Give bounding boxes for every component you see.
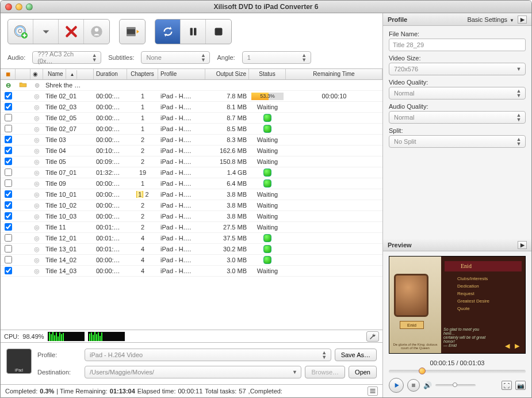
table-row[interactable]: ◎ Title 02_05 00:00:… 1 iPad - H.… 8.7 M… (1, 113, 382, 124)
group-row[interactable]: ⊖⊚Shrek the … (1, 80, 382, 91)
row-checkbox[interactable] (5, 147, 12, 154)
settings-button[interactable] (366, 331, 379, 342)
row-checkbox[interactable] (5, 223, 12, 231)
svg-rect-14 (370, 392, 376, 393)
col-status[interactable]: Status (249, 69, 286, 79)
browse-button[interactable]: Browse… (305, 366, 345, 378)
table-row[interactable]: ◎ Title 13_01 00:01:… 4 iPad - H.… 30.2 … (1, 244, 382, 255)
table-row[interactable]: ◎ Title 10_02 00:00:… 2 iPad - H.… 3.8 M… (1, 200, 382, 211)
convert-button[interactable] (155, 20, 181, 44)
stop-button[interactable] (206, 20, 231, 44)
angle-select[interactable]: 1▲▼ (242, 51, 311, 64)
add-dvd-button[interactable] (8, 20, 33, 44)
disc-icon: ◎ (30, 257, 43, 264)
destination-label: Destination: (37, 369, 81, 376)
row-checkbox[interactable] (5, 256, 12, 263)
row-checkbox[interactable] (5, 179, 12, 187)
video-size-select[interactable]: 720x576▼ (389, 63, 526, 75)
dropdown-arrow-button[interactable] (33, 20, 59, 44)
svg-rect-13 (370, 391, 376, 392)
snapshot-button[interactable]: 📷 (515, 381, 526, 390)
file-list[interactable]: ⊖⊚Shrek the … ◎ Title 02_01 00:00:… 1 iP… (1, 80, 382, 330)
filename-input[interactable] (389, 39, 526, 51)
table-row[interactable]: ◎ Title 12_01 00:01:… 4 iPad - H.… 37.5 … (1, 233, 382, 244)
table-row[interactable]: ◎ Title 02_07 00:00:… 1 iPad - H.… 8.5 M… (1, 124, 382, 135)
preview-title: Preview (388, 242, 412, 248)
table-row[interactable]: ◎ Title 10_01 00:00:… 1 2 iPad - H.… 3.8… (1, 189, 382, 200)
window-title: Xilisoft DVD to iPad Converter 6 (1, 3, 531, 11)
status-bar: Completed: 0.3% | Time Remaining: 01:13:… (1, 385, 382, 397)
subtitles-select[interactable]: None▲▼ (141, 51, 210, 64)
play-button[interactable] (389, 378, 404, 393)
col-output[interactable]: Output Size (205, 69, 249, 79)
split-label: Split: (389, 127, 403, 134)
svg-rect-9 (190, 28, 192, 36)
row-checkbox[interactable] (5, 212, 12, 220)
col-check[interactable]: ◼ (1, 69, 16, 79)
profile-select[interactable]: iPad - H.264 Video▲▼ (85, 349, 331, 361)
table-row[interactable]: ◎ Title 04 00:10:… 2 iPad - H.… 162.6 MB… (1, 146, 382, 156)
destination-select[interactable]: /Users/Maggie/Movies/▼ (85, 366, 301, 378)
fullscreen-button[interactable]: ⛶ (502, 381, 512, 390)
svg-point-5 (95, 28, 99, 32)
row-checkbox[interactable] (5, 158, 12, 165)
preview-expand-button[interactable]: ▶ (518, 241, 527, 249)
row-checkbox[interactable] (5, 190, 12, 198)
row-checkbox[interactable] (5, 125, 12, 132)
row-checkbox[interactable] (5, 114, 12, 121)
preview-seek-slider[interactable] (389, 370, 526, 373)
disc-icon: ◎ (30, 202, 43, 209)
remove-button[interactable] (59, 20, 84, 44)
col-name[interactable]: Name ▲ (43, 69, 94, 79)
col-duration[interactable]: Duration (94, 69, 127, 79)
col-chapters[interactable]: Chapters (127, 69, 158, 79)
table-row[interactable]: ◎ Title 14_03 00:00:… 4 iPad - H.… 3.0 M… (1, 266, 382, 277)
open-button[interactable]: Open (349, 366, 377, 378)
disc-icon: ◎ (30, 169, 43, 177)
row-checkbox[interactable] (5, 103, 12, 110)
video-quality-label: Video Quality: (389, 79, 428, 86)
save-as-button[interactable]: Save As… (335, 349, 377, 361)
audio-select[interactable]: ??? AC3 2ch (0x…▲▼ (32, 51, 101, 64)
table-row[interactable]: ◎ Title 09 00:00:… 1 iPad - H.… 6.4 MB (1, 178, 382, 189)
panel-next-button[interactable]: ▶ (518, 16, 527, 24)
cpu-graph-icon (48, 332, 85, 341)
disc-icon: ◎ (30, 224, 43, 231)
row-checkbox[interactable] (5, 245, 12, 252)
table-row[interactable]: ◎ Title 14_02 00:00:… 4 iPad - H.… 3.0 M… (1, 255, 382, 266)
row-checkbox[interactable] (5, 136, 12, 143)
basic-settings-toggle[interactable]: Basic Settings▼ (467, 16, 514, 23)
row-checkbox[interactable] (5, 234, 12, 242)
row-checkbox[interactable] (5, 92, 12, 100)
video-quality-select[interactable]: Normal▲▼ (389, 87, 526, 100)
angle-label: Angle: (217, 54, 235, 61)
log-button[interactable] (368, 386, 378, 396)
pause-button[interactable] (181, 20, 206, 44)
table-row[interactable]: ◎ Title 03 00:00:… 2 iPad - H.… 8.3 MB W… (1, 135, 382, 146)
clip-button[interactable] (119, 19, 146, 44)
svg-rect-7 (127, 27, 135, 29)
disc-icon: ◎ (30, 93, 43, 100)
table-row[interactable]: ◎ Title 02_03 00:00:… 1 iPad - H.… 8.1 M… (1, 102, 382, 113)
col-profile[interactable]: Profile (158, 69, 205, 79)
table-row[interactable]: ◎ Title 11 00:01:… 2 iPad - H.… 27.5 MB … (1, 222, 382, 233)
preview-stop-button[interactable] (407, 379, 420, 392)
row-checkbox[interactable] (5, 267, 12, 274)
titlebar: Xilisoft DVD to iPad Converter 6 (1, 1, 531, 13)
table-row[interactable]: ◎ Title 10_03 00:00:… 2 iPad - H.… 3.8 M… (1, 211, 382, 222)
row-checkbox[interactable] (5, 201, 12, 209)
table-row[interactable]: ◎ Title 07_01 01:32:… 19 iPad - H.… 1.4 … (1, 167, 382, 178)
row-checkbox[interactable] (5, 169, 12, 176)
split-select[interactable]: No Split▲▼ (389, 135, 526, 148)
volume-slider[interactable] (435, 384, 476, 386)
disc-icon: ◎ (30, 158, 43, 166)
audio-quality-select[interactable]: Normal▲▼ (389, 111, 526, 124)
col-remaining[interactable]: Remaining Time (286, 69, 382, 79)
info-button[interactable] (84, 20, 109, 44)
disc-icon: ◎ (30, 191, 43, 198)
disc-icon: ◎ (30, 246, 43, 253)
volume-icon[interactable]: 🔊 (423, 381, 432, 389)
table-row[interactable]: ◎ Title 02_01 00:00:… 1 iPad - H.… 7.8 M… (1, 91, 382, 102)
ipad-icon: iPad (6, 349, 32, 374)
table-row[interactable]: ◎ Title 05 00:09:… 2 iPad - H.… 150.8 MB… (1, 156, 382, 167)
